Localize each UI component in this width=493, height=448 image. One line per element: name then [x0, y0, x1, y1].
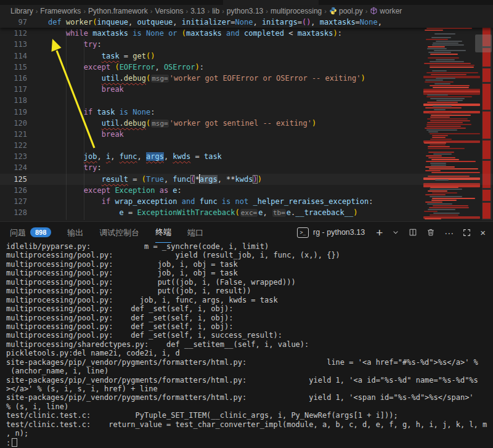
tab-ports[interactable]: 端口 — [187, 222, 203, 243]
tab-strip — [0, 0, 493, 5]
breadcrumb-item-pool-py[interactable]: pool.py — [329, 7, 363, 15]
terminal-line: ></a>' % (s, i, s, i, href) + line — [0, 385, 493, 393]
terminal-line: test/clinic.test.c: PyTuple_SET_ITEM(__c… — [0, 411, 493, 420]
terminal-line: multiprocessing/pool.py: yield (result_j… — [0, 251, 493, 259]
panel-tab-label: 端口 — [187, 222, 203, 243]
panel-tabs: 问题898输出调试控制台终端端口 — [10, 222, 219, 243]
tab-output[interactable]: 输出 — [67, 222, 83, 243]
symbol-method-icon — [370, 7, 380, 15]
breadcrumb-item-3-13[interactable]: 3.13 — [190, 7, 205, 15]
tab-debug-console[interactable]: 调试控制台 — [99, 222, 139, 243]
code-text: e = ExceptionWithTraceback(exc=e, tb=e._… — [48, 207, 357, 218]
editor-line[interactable]: 112 while maxtasks is None or (maxtasks … — [0, 28, 493, 39]
editor-line[interactable]: 117 break — [0, 84, 493, 95]
line-number: 116 — [0, 73, 27, 84]
code-text: break — [48, 84, 124, 95]
breadcrumb-separator: › — [266, 7, 268, 15]
editor-line[interactable]: 120 util.debug(msg='worker got sentinel … — [0, 118, 493, 129]
code-text: util.debug(msg='worker got sentinel -- e… — [48, 118, 316, 129]
breadcrumb-label: Library — [10, 7, 33, 15]
tab-problems[interactable]: 问题898 — [10, 222, 51, 243]
breadcrumb-item-multiprocessing[interactable]: multiprocessing — [271, 7, 322, 15]
terminal-cursor — [12, 438, 17, 447]
breadcrumb-separator: › — [83, 7, 86, 15]
breadcrumb-label: worker — [380, 7, 402, 15]
code-text: def worker(inqueue, outqueue, initialize… — [48, 17, 382, 28]
code-editor[interactable]: 97def worker(inqueue, outqueue, initiali… — [0, 17, 493, 221]
code-text: break — [48, 129, 124, 140]
kill-terminal-button[interactable] — [426, 227, 435, 238]
terminal-line: idlelib/pyparse.py: m = _synchre(code, i… — [0, 242, 493, 251]
terminal-line: site-packages/pip/_vendor/pygments/forma… — [0, 358, 493, 367]
terminal-dropdown-button[interactable] — [392, 227, 399, 238]
terminal-title: rg - python3.13 — [313, 228, 365, 237]
panel-tab-label: 调试控制台 — [99, 222, 139, 243]
terminal-line: multiprocessing/pool.py: def _set(self, … — [0, 304, 493, 313]
new-terminal-button[interactable]: + — [376, 227, 383, 238]
editor-line[interactable]: 118 — [0, 95, 493, 106]
editor-line[interactable]: 125 result = (True, func(*args, **kwds)) — [0, 174, 493, 185]
editor-line[interactable]: 116 util.debug(msg='worker got EOFError … — [0, 73, 493, 84]
line-number: 126 — [0, 185, 27, 196]
terminal-line: multiprocessing/pool.py: job, i, func, a… — [0, 296, 493, 304]
code-text: job, i, func, args, kwds = task — [48, 151, 222, 162]
terminal-line: multiprocessing/pool.py: put((job, i, re… — [0, 287, 493, 295]
code-text: util.debug(msg='worker got EOFError or O… — [48, 73, 365, 84]
editor-line[interactable]: 124 try: — [0, 162, 493, 173]
code-text: task = get() — [48, 51, 155, 62]
code-text: except Exception as e: — [48, 185, 182, 196]
editor-line[interactable]: 122 — [0, 140, 493, 151]
breadcrumb-item-lib[interactable]: lib — [212, 7, 219, 15]
line-number: 128 — [0, 207, 27, 218]
terminal-icon: >_ — [297, 227, 309, 238]
line-number: 115 — [0, 62, 27, 73]
editor-line[interactable]: 126 except Exception as e: — [0, 185, 493, 196]
sticky-scroll-line[interactable]: 97def worker(inqueue, outqueue, initiali… — [0, 17, 493, 28]
breadcrumb-separator: › — [36, 7, 38, 15]
breadcrumb-separator: › — [222, 7, 224, 15]
breadcrumb-item-frameworks[interactable]: Frameworks — [40, 7, 81, 15]
terminal-line: multiprocessing/pool.py: job, i, obj = t… — [0, 260, 493, 269]
editor-line[interactable]: 127 if wrap_exception and func is not _h… — [0, 196, 493, 207]
indent-guide — [66, 28, 67, 220]
line-number: 113 — [0, 39, 27, 50]
line-number: 112 — [0, 28, 27, 39]
terminal-session-item[interactable]: >_ rg - python3.13 — [297, 227, 365, 238]
breadcrumb-item-python3-13[interactable]: python3.13 — [227, 7, 263, 15]
editor-line[interactable]: 128 e = ExceptionWithTraceback(exc=e, tb… — [0, 207, 493, 218]
code-text: if task is None: — [48, 107, 155, 118]
breadcrumb-label: Frameworks — [40, 7, 81, 15]
sticky-line[interactable]: 97def worker(inqueue, outqueue, initiali… — [0, 17, 493, 28]
editor-line[interactable]: 115 except (EOFError, OSError): — [0, 62, 493, 73]
terminal-output[interactable]: idlelib/pyparse.py: m = _synchre(code, i… — [0, 242, 493, 448]
editor-line[interactable]: 121 break — [0, 129, 493, 140]
breadcrumb-separator: › — [365, 7, 368, 15]
line-number: 97 — [0, 17, 27, 28]
indent-guide — [84, 39, 84, 220]
problems-badge: 898 — [30, 227, 51, 237]
line-number: 117 — [0, 84, 27, 95]
panel-actions: +···× — [365, 227, 486, 238]
breadcrumb-label: multiprocessing — [271, 7, 322, 15]
line-number: 120 — [0, 118, 27, 129]
breadcrumb-item-python-framework[interactable]: Python.framework — [88, 7, 148, 15]
editor-lines[interactable]: 112 while maxtasks is None or (maxtasks … — [0, 28, 493, 218]
breadcrumb-item-library[interactable]: Library — [10, 7, 33, 15]
split-terminal-button[interactable] — [409, 227, 417, 238]
editor-line[interactable]: 113 try: — [0, 39, 493, 50]
python-icon — [329, 7, 339, 15]
panel-tab-label: 终端 — [155, 222, 171, 242]
editor-line[interactable]: 119 if task is None: — [0, 107, 493, 118]
maximize-panel-button[interactable] — [463, 227, 471, 238]
breadcrumb-item-versions[interactable]: Versions — [155, 7, 183, 15]
editor-line[interactable]: 114 task = get() — [0, 51, 493, 62]
panel-tab-label: 问题 — [10, 222, 26, 243]
inlay-hint: msg= — [151, 120, 169, 128]
breadcrumb-item-worker[interactable]: worker — [370, 7, 402, 15]
editor-line[interactable]: 123 job, i, func, args, kwds = task — [0, 151, 493, 162]
breadcrumb-label: lib — [212, 7, 219, 15]
tab-terminal[interactable]: 终端 — [155, 222, 171, 243]
close-panel-button[interactable]: × — [480, 227, 486, 238]
terminal-line: test/clinic.test.c: return_value = test_… — [0, 420, 493, 429]
more-actions-button[interactable]: ··· — [444, 227, 454, 238]
